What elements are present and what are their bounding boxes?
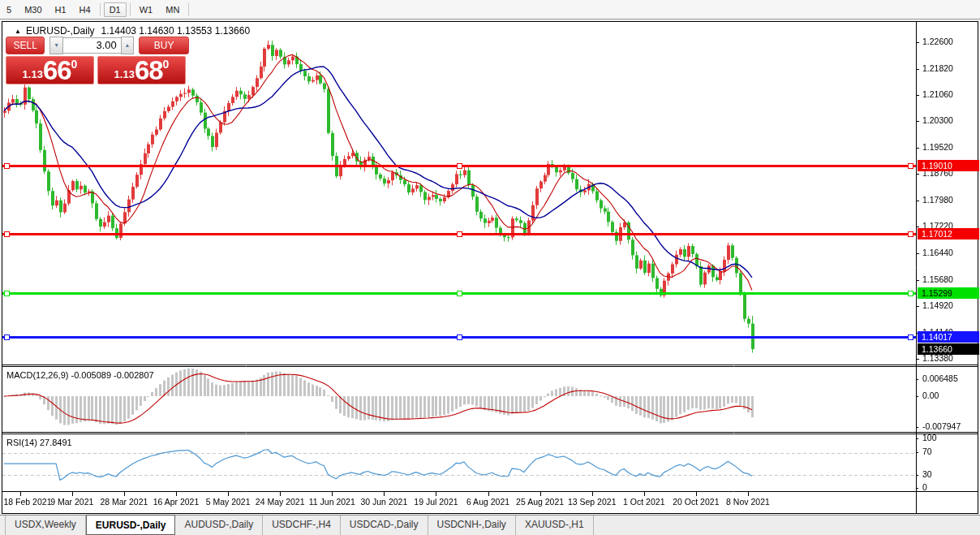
sell-price-pips: 66: [43, 57, 71, 84]
buy-price-pipette: 0: [163, 58, 170, 71]
one-click-trade-panel: SELL ▼ ▲ BUY 1.13 66 0 1.13 68 0: [6, 37, 189, 84]
sell-button[interactable]: SELL: [6, 37, 45, 54]
buy-price-prefix: 1.13: [114, 68, 135, 80]
volume-input[interactable]: [63, 37, 121, 54]
sell-quote-tile[interactable]: 1.13 66 0: [6, 56, 94, 84]
volume-decrease-button[interactable]: ▼: [49, 37, 62, 54]
chart-title: ▲ EURUSD-,Daily 1.14403 1.14630 1.13553 …: [15, 25, 250, 37]
application-window: 5M30H1H4D1W1MN ▲ EURUSD-,Daily 1.14403 1…: [0, 0, 980, 535]
trade-controls-row: SELL ▼ ▲ BUY: [6, 37, 189, 54]
sell-price-pipette: 0: [71, 58, 78, 71]
sell-price-prefix: 1.13: [23, 68, 43, 80]
volume-increase-button[interactable]: ▲: [121, 37, 134, 54]
one-click-panel-arrow-icon[interactable]: ▲: [15, 28, 21, 35]
quote-tiles-row: 1.13 66 0 1.13 68 0: [6, 56, 189, 84]
buy-button[interactable]: BUY: [139, 37, 189, 54]
buy-price-pips: 68: [135, 57, 163, 84]
buy-quote-tile[interactable]: 1.13 68 0: [97, 56, 186, 84]
chart-symbol-period: EURUSD-,Daily: [26, 25, 95, 37]
chart-ohlc-readout: 1.14403 1.14630 1.13553 1.13660: [101, 25, 251, 37]
